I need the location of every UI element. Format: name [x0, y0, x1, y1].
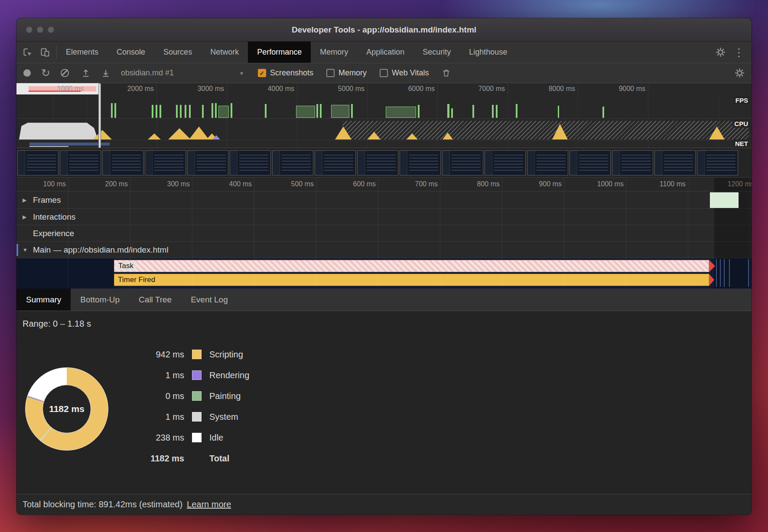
- legend-label: Total: [209, 454, 229, 464]
- filmstrip-thumbnail[interactable]: [187, 150, 228, 175]
- fps-bar: [492, 105, 494, 118]
- zoom-button[interactable]: [48, 26, 54, 33]
- track-frames[interactable]: ▶ Frames: [16, 191, 752, 209]
- collapse-arrow-icon[interactable]: ▶: [23, 214, 29, 220]
- tab-elements[interactable]: Elements: [57, 42, 107, 63]
- profile-select[interactable]: obsidian.md #1 ▾: [121, 68, 243, 78]
- filmstrip-thumbnail[interactable]: [400, 150, 441, 175]
- filmstrip-thumbnail[interactable]: [102, 150, 143, 175]
- tab-application[interactable]: Application: [357, 42, 413, 63]
- capture-settings-gear-icon[interactable]: [735, 68, 745, 78]
- cpu-hatched-region: [342, 121, 749, 139]
- track-label: Main — app://obsidian.md/index.html: [33, 245, 169, 255]
- filmstrip-thumbnail[interactable]: [17, 150, 59, 175]
- filmstrip: [16, 148, 752, 178]
- legend-row-total: 1182 ms Total: [124, 448, 249, 469]
- filmstrip-thumbnail[interactable]: [315, 150, 356, 175]
- status-bar: Total blocking time: 891.42ms (estimated…: [16, 494, 752, 515]
- fps-bar: [472, 105, 474, 118]
- filmstrip-thumbnail[interactable]: [145, 150, 186, 175]
- more-options-icon[interactable]: ⋮: [733, 47, 745, 58]
- fps-bar: [296, 106, 315, 118]
- tab-summary[interactable]: Summary: [16, 289, 71, 311]
- filmstrip-thumbnail[interactable]: [60, 150, 101, 175]
- overview-tick: 9000 ms: [578, 83, 648, 94]
- track-interactions[interactable]: ▶ Interactions: [16, 209, 752, 225]
- track-experience[interactable]: Experience: [16, 225, 752, 242]
- track-main[interactable]: ▼ Main — app://obsidian.md/index.html: [16, 242, 752, 258]
- track-label: Experience: [33, 229, 74, 238]
- tab-call-tree[interactable]: Call Tree: [129, 289, 181, 311]
- task-event-label: Task: [115, 261, 137, 271]
- learn-more-link[interactable]: Learn more: [187, 500, 231, 509]
- checkbox-label: Web Vitals: [392, 68, 429, 78]
- expand-arrow-icon[interactable]: ▼: [23, 247, 29, 253]
- tab-sources[interactable]: Sources: [154, 42, 201, 63]
- cpu-lane: [16, 119, 752, 140]
- timeline-overview[interactable]: 1000 ms 2000 ms 3000 ms 4000 ms 5000 ms …: [16, 83, 752, 148]
- tab-event-log[interactable]: Event Log: [181, 289, 238, 311]
- main-thread-indicator: [16, 244, 18, 256]
- tab-lighthouse[interactable]: Lighthouse: [460, 42, 516, 63]
- filmstrip-thumbnail[interactable]: [230, 150, 271, 175]
- filmstrip-thumbnail[interactable]: [272, 150, 313, 175]
- legend-row: 0 ms Painting: [124, 386, 249, 406]
- flame-area[interactable]: Task Timer Fired: [16, 258, 752, 289]
- minimize-button[interactable]: [37, 26, 43, 33]
- collapse-arrow-icon[interactable]: ▶: [23, 197, 29, 203]
- traffic-lights: [26, 18, 54, 41]
- filmstrip-thumbnail[interactable]: [357, 150, 398, 175]
- check-icon: ✓: [260, 70, 265, 76]
- net-lane: [16, 140, 752, 148]
- task-event-bar[interactable]: Task: [114, 260, 709, 272]
- settings-gear-icon[interactable]: [716, 47, 726, 57]
- record-button[interactable]: [23, 69, 31, 77]
- cpu-activity-bump: [189, 127, 209, 139]
- screenshots-checkbox[interactable]: ✓ Screenshots: [258, 68, 313, 78]
- legend-label: Rendering: [209, 370, 249, 380]
- clear-icon[interactable]: [61, 69, 69, 77]
- delete-recording-icon[interactable]: [442, 68, 451, 78]
- close-button[interactable]: [26, 26, 33, 33]
- ruler-tick: 800 ms: [440, 178, 502, 191]
- tab-network[interactable]: Network: [201, 42, 248, 63]
- timer-fired-event-bar[interactable]: Timer Fired: [114, 274, 709, 286]
- legend-label: Idle: [209, 433, 223, 443]
- legend-swatch-idle: [192, 433, 202, 442]
- tab-performance[interactable]: Performance: [248, 42, 311, 63]
- overview-tick: 8000 ms: [508, 83, 578, 94]
- summary-legend: 942 ms Scripting 1 ms Rendering 0 ms Pai…: [124, 344, 249, 469]
- legend-swatch-scripting: [192, 350, 202, 359]
- fps-bar: [215, 103, 217, 118]
- filmstrip-thumbnail[interactable]: [654, 150, 696, 175]
- selection-drag-handle[interactable]: [98, 83, 101, 148]
- tab-memory[interactable]: Memory: [311, 42, 357, 63]
- cpu-activity-mountain: [19, 120, 98, 139]
- tab-console[interactable]: Console: [107, 42, 154, 63]
- summary-pane: Range: 0 – 1.18 s 1182 ms 942 ms Scripti…: [16, 311, 752, 494]
- device-toolbar-icon[interactable]: [40, 47, 50, 58]
- network-activity-bar: [29, 143, 110, 146]
- filmstrip-thumbnail[interactable]: [442, 150, 483, 175]
- memory-checkbox[interactable]: ✓ Memory: [326, 68, 367, 78]
- frame-screenshot-chip[interactable]: [710, 192, 739, 208]
- tab-bottom-up[interactable]: Bottom-Up: [71, 289, 129, 311]
- web-vitals-checkbox[interactable]: ✓ Web Vitals: [380, 68, 429, 78]
- fps-bar: [320, 104, 322, 118]
- filmstrip-thumbnail[interactable]: [485, 150, 526, 175]
- tab-security[interactable]: Security: [413, 42, 460, 63]
- save-profile-icon[interactable]: [101, 68, 111, 78]
- load-profile-icon[interactable]: [81, 68, 91, 78]
- ruler-tick: 400 ms: [192, 178, 254, 191]
- filmstrip-thumbnail[interactable]: [697, 150, 738, 175]
- filmstrip-thumbnail[interactable]: [612, 150, 653, 175]
- fps-bar: [516, 104, 517, 118]
- title-bar[interactable]: Developer Tools - app://obsidian.md/inde…: [16, 18, 752, 42]
- inspect-element-icon[interactable]: [23, 47, 33, 58]
- reload-and-record-icon[interactable]: ↻: [41, 68, 50, 78]
- overview-tick: 3000 ms: [157, 83, 227, 94]
- filmstrip-thumbnail[interactable]: [569, 150, 611, 175]
- legend-row: 942 ms Scripting: [124, 344, 249, 365]
- filmstrip-thumbnail[interactable]: [527, 150, 568, 175]
- legend-swatch-system: [192, 412, 202, 422]
